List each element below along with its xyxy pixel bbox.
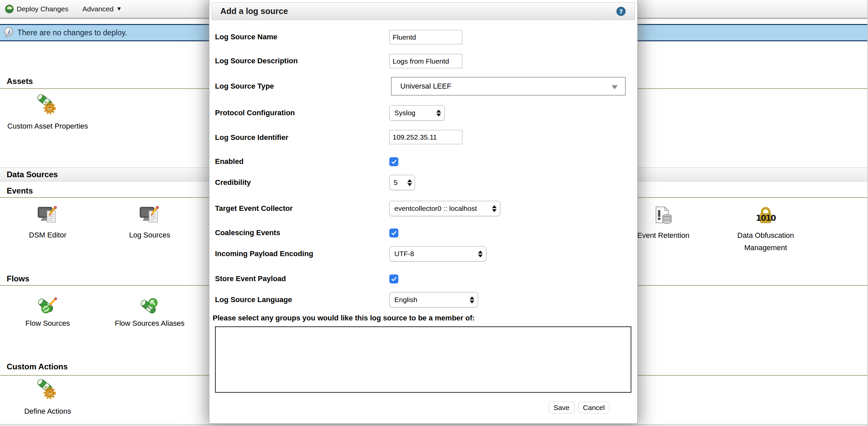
log-sources-label[interactable]: Log Sources <box>93 230 206 240</box>
checkmark-icon <box>391 276 397 282</box>
log-source-language-value: English <box>394 296 417 304</box>
svg-text:1010: 1010 <box>756 214 776 223</box>
select-arrows-icon <box>470 296 474 303</box>
svg-text:CD: CD <box>48 107 52 110</box>
checkmark-icon <box>391 159 397 165</box>
save-button[interactable]: Save <box>549 402 574 413</box>
monitor-edit-icon <box>37 205 58 227</box>
section-heading-assets: Assets <box>7 76 33 86</box>
protocol-configuration-value: Syslog <box>394 109 415 117</box>
data-obfuscation-label-line2[interactable]: Management <box>709 243 822 253</box>
deploy-changes-button[interactable]: Deploy Changes <box>0 4 73 14</box>
select-arrows-icon <box>436 109 441 117</box>
groups-prompt: Please select any groups you would like … <box>213 313 475 323</box>
credibility-label: Credibility <box>215 177 251 188</box>
log-source-type-dropdown[interactable]: Universal LEEF <box>391 77 626 96</box>
store-event-payload-checkbox[interactable] <box>389 274 398 284</box>
flow-sources-icon[interactable] <box>37 297 58 318</box>
add-log-source-dialog: Add a log source ? Log Source Name Log S… <box>209 0 638 424</box>
define-actions-icon[interactable]: A CD <box>37 379 58 400</box>
dialog-title: Add a log source <box>220 6 288 16</box>
flow-sources-aliases-icon[interactable]: ABCD <box>139 297 160 318</box>
padlock-binary-icon: 1010 <box>755 205 776 227</box>
flow-sources-label[interactable]: Flow Sources <box>0 319 104 328</box>
section-heading-flows: Flows <box>7 274 29 284</box>
log-source-language-select[interactable]: English <box>389 292 478 307</box>
section-heading-data-sources: Data Sources <box>7 170 58 179</box>
enabled-label: Enabled <box>215 157 244 167</box>
info-balloon-icon: i <box>3 27 14 38</box>
groups-listbox[interactable] <box>215 326 631 393</box>
deploy-status-message: There are no changes to deploy. <box>17 28 127 37</box>
flow-roll-alias-icon: ABCD <box>139 297 160 318</box>
flow-roll-refresh-icon <box>37 297 58 318</box>
dsm-editor-label[interactable]: DSM Editor <box>0 230 104 240</box>
coalescing-events-label: Coalescing Events <box>215 228 280 238</box>
page-bottom-band <box>0 424 868 426</box>
chevron-down-icon: ▼ <box>116 6 122 12</box>
select-arrows-icon <box>478 251 483 258</box>
dsm-editor-icon[interactable] <box>37 205 58 227</box>
log-source-name-label: Log Source Name <box>215 32 277 42</box>
money-gear-icon: A CD <box>37 379 58 400</box>
log-sources-icon[interactable] <box>139 205 160 227</box>
help-icon[interactable]: ? <box>616 6 626 16</box>
target-event-collector-label: Target Event Collector <box>215 203 293 214</box>
svg-text:?: ? <box>619 8 623 15</box>
protocol-configuration-select[interactable]: Syslog <box>389 105 445 121</box>
incoming-payload-encoding-label: Incoming Payload Encoding <box>215 249 313 259</box>
svg-text:CD: CD <box>48 392 52 395</box>
log-source-identifier-input[interactable] <box>389 130 462 144</box>
money-gear-icon: A CD <box>37 94 58 116</box>
data-obfuscation-label-line1[interactable]: Data Obfuscation <box>709 230 822 240</box>
target-event-collector-value: eventcollector0 :: localhost <box>394 204 477 212</box>
globe-deploy-icon <box>5 4 14 14</box>
credibility-value: 5 <box>394 178 398 187</box>
admin-console-page: Deploy Changes Advanced ▼ i There are no… <box>0 0 868 426</box>
section-heading-events: Events <box>7 186 33 196</box>
incoming-payload-encoding-select[interactable]: UTF-8 <box>389 246 486 261</box>
store-event-payload-label: Store Event Payload <box>215 274 286 284</box>
monitor-edit-icon <box>139 205 160 227</box>
checkmark-icon <box>391 230 397 236</box>
log-source-name-input[interactable] <box>389 30 462 44</box>
log-source-description-label: Log Source Description <box>215 56 298 66</box>
log-source-language-label: Log Source Language <box>215 295 292 305</box>
advanced-menu-button[interactable]: Advanced ▼ <box>78 5 126 13</box>
flow-sources-aliases-label[interactable]: Flow Sources Aliases <box>93 319 206 328</box>
event-retention-icon[interactable] <box>653 205 674 227</box>
section-heading-custom-actions: Custom Actions <box>7 362 68 372</box>
custom-asset-properties-icon[interactable]: A CD <box>37 94 58 116</box>
dropdown-arrow-icon <box>612 85 618 89</box>
incoming-payload-encoding-value: UTF-8 <box>394 250 414 258</box>
log-source-type-label: Log Source Type <box>215 81 274 91</box>
select-arrows-icon <box>492 205 497 212</box>
cancel-button[interactable]: Cancel <box>578 402 610 413</box>
log-source-type-value: Universal LEEF <box>400 82 451 91</box>
advanced-label: Advanced <box>82 5 113 13</box>
coalescing-events-checkbox[interactable] <box>389 228 398 237</box>
select-arrows-icon <box>407 179 412 186</box>
log-source-description-input[interactable] <box>389 54 462 68</box>
deploy-changes-label: Deploy Changes <box>17 5 68 13</box>
dialog-titlebar: Add a log source ? <box>212 2 635 20</box>
data-obfuscation-management-icon[interactable]: 1010 <box>755 205 776 227</box>
target-event-collector-select[interactable]: eventcollector0 :: localhost <box>389 201 500 216</box>
credibility-select[interactable]: 5 <box>389 175 415 190</box>
enabled-checkbox[interactable] <box>389 157 398 166</box>
define-actions-label[interactable]: Define Actions <box>0 406 104 416</box>
log-source-identifier-label: Log Source Identifier <box>215 133 288 142</box>
custom-asset-properties-label[interactable]: Custom Asset Properties <box>0 121 104 131</box>
protocol-configuration-label: Protocol Configuration <box>215 108 295 118</box>
document-alert-database-icon <box>653 205 674 227</box>
